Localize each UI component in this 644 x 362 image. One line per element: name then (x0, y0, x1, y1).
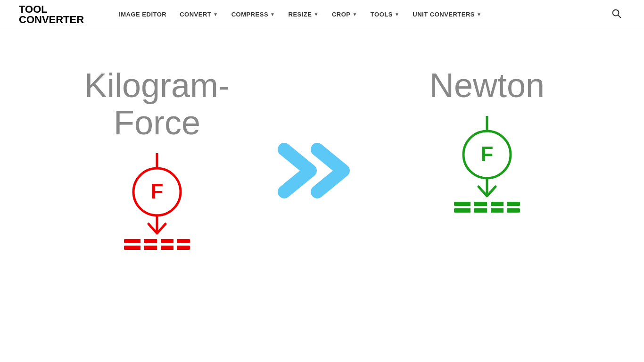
conversion-arrow (256, 67, 388, 199)
svg-rect-24 (487, 208, 491, 213)
nav-item-label: TOOLS (371, 11, 393, 18)
from-unit-section: Kilogram-Force F (58, 67, 256, 255)
main-content: Kilogram-Force F (0, 29, 644, 362)
nav-item-label: UNIT CONVERTERS (413, 11, 475, 18)
svg-text:F: F (481, 142, 494, 165)
svg-rect-8 (140, 239, 144, 243)
nav-item-label: CROP (332, 11, 351, 18)
svg-rect-25 (504, 208, 507, 213)
chevron-down-icon: ▼ (213, 12, 218, 17)
nav-item-label: CONVERT (180, 11, 211, 18)
nav-item-crop[interactable]: CROP▼ (325, 0, 364, 29)
svg-text:F: F (151, 180, 164, 203)
nav-item-label: IMAGE EDITOR (119, 11, 166, 18)
from-unit-title: Kilogram-Force (84, 67, 230, 141)
nav-item-unit-converters[interactable]: UNIT CONVERTERS▼ (406, 0, 488, 29)
nav-item-tools[interactable]: TOOLS▼ (364, 0, 406, 29)
nav-item-label: COMPRESS (231, 11, 268, 18)
to-unit-icon: F (440, 114, 534, 217)
svg-rect-13 (173, 246, 177, 250)
nav-item-convert[interactable]: CONVERT▼ (173, 0, 224, 29)
chevron-down-icon: ▼ (314, 12, 318, 17)
svg-rect-12 (157, 246, 161, 250)
nav-item-label: RESIZE (289, 11, 312, 18)
chevron-down-icon: ▼ (270, 12, 275, 17)
nav-item-image-editor[interactable]: IMAGE EDITOR (112, 0, 173, 29)
to-unit-section: Newton F (388, 67, 586, 217)
main-nav: IMAGE EDITORCONVERT▼COMPRESS▼RESIZE▼CROP… (112, 0, 607, 29)
svg-rect-11 (140, 246, 144, 250)
svg-rect-9 (157, 239, 161, 243)
svg-rect-23 (471, 208, 474, 213)
chevron-down-icon: ▼ (395, 12, 399, 17)
svg-rect-21 (487, 202, 491, 206)
site-logo[interactable]: TOOL CONVERTER (19, 4, 84, 25)
chevron-down-icon: ▼ (352, 12, 357, 17)
site-header: TOOL CONVERTER IMAGE EDITORCONVERT▼COMPR… (0, 0, 644, 29)
search-button[interactable] (607, 4, 625, 25)
svg-rect-22 (504, 202, 507, 206)
to-unit-title: Newton (429, 67, 545, 104)
nav-item-compress[interactable]: COMPRESS▼ (225, 0, 282, 29)
chevron-down-icon: ▼ (477, 12, 481, 17)
from-unit-icon: F (110, 151, 204, 255)
svg-rect-20 (471, 202, 474, 206)
nav-item-resize[interactable]: RESIZE▼ (282, 0, 325, 29)
svg-line-1 (618, 15, 620, 17)
svg-rect-10 (173, 239, 177, 243)
